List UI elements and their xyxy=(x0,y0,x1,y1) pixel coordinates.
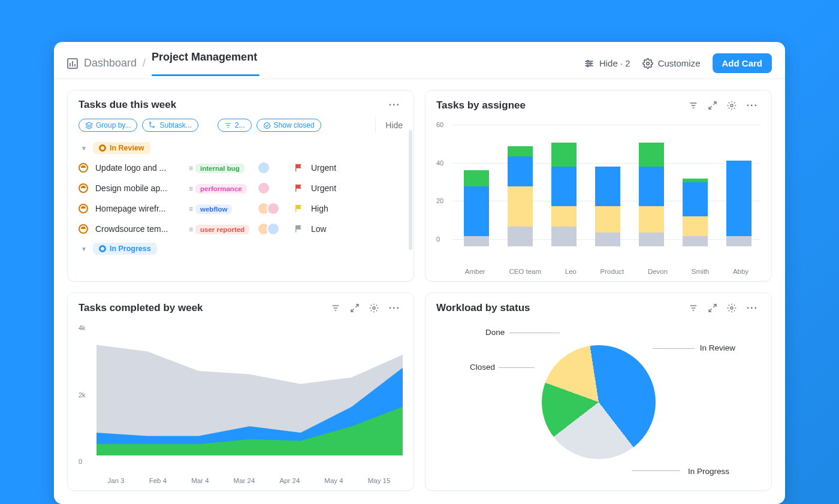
list-icon: ≡ xyxy=(189,164,193,173)
customize-button[interactable]: Customize xyxy=(636,55,707,73)
expand-icon[interactable] xyxy=(706,99,719,112)
section-header-in-review[interactable]: ▼ In Review xyxy=(79,138,403,158)
filter-icon[interactable] xyxy=(687,99,700,112)
check-circle-icon xyxy=(263,122,271,129)
bar[interactable] xyxy=(683,179,708,246)
add-card-button[interactable]: Add Card xyxy=(713,53,772,73)
bar-chart-x-labels: AmberCEO teamLeoProductDevonSmithAbby xyxy=(453,268,760,275)
more-icon[interactable]: ··· xyxy=(387,99,403,110)
section-header-in-progress[interactable]: ▼ In Progress xyxy=(79,239,403,258)
subtask-chip[interactable]: Subtask... xyxy=(142,119,198,132)
list-icon: ≡ xyxy=(189,205,193,213)
status-icon[interactable] xyxy=(79,204,88,213)
expand-icon[interactable] xyxy=(348,301,361,315)
status-icon[interactable] xyxy=(79,224,88,234)
svg-point-6 xyxy=(646,62,649,65)
status-dot-icon xyxy=(99,144,106,152)
card-title: Tasks due this week xyxy=(79,99,176,111)
gear-icon[interactable] xyxy=(367,301,381,315)
task-row[interactable]: Design mobile ap... ≡performance Urgent xyxy=(79,178,403,198)
section-label: In Review xyxy=(110,144,144,152)
group-by-chip[interactable]: Group by... xyxy=(79,119,137,132)
pie-label-progress: In Progress xyxy=(688,467,729,476)
dashboard-grid: Tasks due this week ··· Group by... Subt… xyxy=(54,79,785,504)
breadcrumb-active-tab[interactable]: Project Management xyxy=(152,51,257,76)
pie-chart: Done In Review Closed In Progress xyxy=(425,319,771,490)
assignee-avatars[interactable] xyxy=(257,202,291,215)
avatar xyxy=(267,202,280,215)
svg-point-3 xyxy=(587,60,588,62)
x-tick-label: Leo xyxy=(565,268,577,275)
area-chart: 4k 2k 0 xyxy=(79,322,403,467)
expand-icon[interactable] xyxy=(706,301,719,315)
x-tick-label: Abby xyxy=(733,268,749,275)
avatar xyxy=(267,222,280,236)
bar[interactable] xyxy=(551,143,577,246)
svg-line-24 xyxy=(351,309,354,312)
task-row[interactable]: Homepage wirefr... ≡webflow High xyxy=(79,198,403,219)
svg-line-17 xyxy=(713,102,716,105)
task-tag[interactable]: user reported xyxy=(195,225,249,234)
card-tasks-by-assignee: Tasks by assignee ··· 0204060 AmberCEO t… xyxy=(425,90,772,282)
y-tick-label: 0 xyxy=(436,236,440,243)
area-chart-x-labels: Jan 3Feb 4Mar 4Mar 24Apr 24May 4May 15 xyxy=(95,477,403,484)
bar-chart: 0204060 xyxy=(436,119,760,258)
hide-link[interactable]: Hide xyxy=(385,120,403,130)
bar[interactable] xyxy=(639,143,664,246)
breadcrumb-root[interactable]: Dashboard xyxy=(84,57,137,70)
svg-point-4 xyxy=(590,62,591,64)
priority-label: Urgent xyxy=(311,163,361,173)
flag-icon xyxy=(294,204,304,213)
filter-icon[interactable] xyxy=(329,301,342,315)
bar[interactable] xyxy=(508,146,533,246)
more-icon[interactable]: ··· xyxy=(744,303,760,313)
breadcrumb: Dashboard / Project Management xyxy=(67,51,257,76)
task-tag[interactable]: internal bug xyxy=(195,164,245,173)
flag-icon xyxy=(294,224,304,234)
scrollbar[interactable] xyxy=(409,130,412,250)
more-icon[interactable]: ··· xyxy=(387,303,403,313)
bar[interactable] xyxy=(726,161,752,246)
svg-point-13 xyxy=(264,122,270,128)
card-title: Workload by status xyxy=(436,302,530,314)
task-name: Homepage wirefr... xyxy=(95,204,185,213)
x-tick-label: Apr 24 xyxy=(279,477,300,484)
status-icon[interactable] xyxy=(79,183,88,193)
svg-point-5 xyxy=(587,65,588,67)
task-name: Update logo and ... xyxy=(95,163,185,173)
more-icon[interactable]: ··· xyxy=(744,100,760,111)
show-closed-chip[interactable]: Show closed xyxy=(256,119,321,132)
y-tick-label: 0 xyxy=(79,458,82,465)
filter-icon[interactable] xyxy=(687,301,700,315)
task-row[interactable]: Update logo and ... ≡internal bug Urgent xyxy=(79,158,403,178)
y-tick-label: 4k xyxy=(79,324,86,331)
chevron-down-icon: ▼ xyxy=(81,246,87,252)
layers-icon xyxy=(85,122,93,129)
task-tag[interactable]: webflow xyxy=(195,204,232,214)
assignee-avatars[interactable] xyxy=(257,222,291,236)
status-icon[interactable] xyxy=(79,163,88,173)
svg-line-23 xyxy=(355,304,358,307)
app-window: Dashboard / Project Management Hide · 2 … xyxy=(54,42,785,504)
svg-point-25 xyxy=(373,307,375,309)
task-row[interactable]: Crowdsource tem... ≡user reported Low xyxy=(79,219,403,239)
hide-columns-button[interactable]: Hide · 2 xyxy=(578,55,636,73)
y-tick-label: 20 xyxy=(436,197,443,204)
task-tag[interactable]: performance xyxy=(195,184,247,194)
gear-icon[interactable] xyxy=(725,301,738,315)
task-name: Crowdsource tem... xyxy=(95,224,185,234)
assignee-avatars[interactable] xyxy=(257,161,291,174)
gear-icon xyxy=(642,58,653,69)
dashboard-icon xyxy=(67,58,78,69)
x-tick-label: Mar 4 xyxy=(191,477,209,484)
bar[interactable] xyxy=(464,170,489,246)
assignee-avatars[interactable] xyxy=(257,182,291,195)
bar[interactable] xyxy=(595,167,620,246)
gear-icon[interactable] xyxy=(725,99,738,112)
chevron-down-icon: ▼ xyxy=(81,145,87,152)
priority-label: Urgent xyxy=(311,183,361,193)
filters-row: Group by... Subtask... 2... Show closed xyxy=(68,116,414,138)
filter-count-chip[interactable]: 2... xyxy=(218,119,252,132)
status-dot-icon xyxy=(99,245,106,252)
y-tick-label: 2k xyxy=(79,391,86,399)
